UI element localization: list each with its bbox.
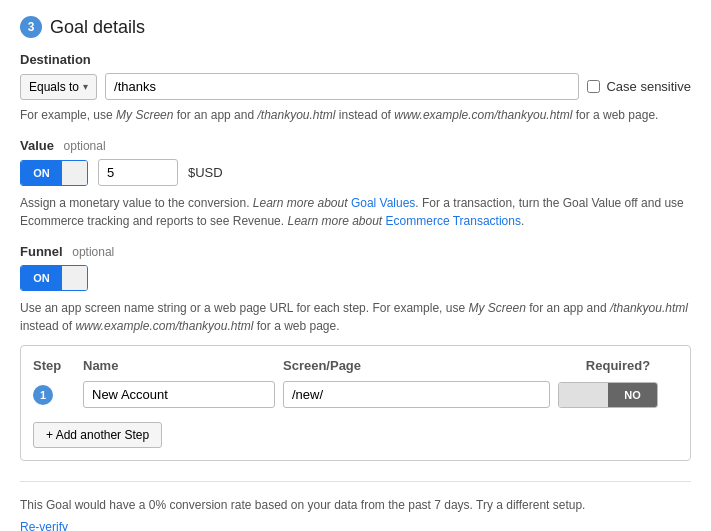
goal-values-link[interactable]: Goal Values xyxy=(351,196,415,210)
toggle-off-area xyxy=(62,161,87,185)
funnel-label: Funnel optional xyxy=(20,244,691,259)
required-no-option: NO xyxy=(608,383,657,407)
equals-to-dropdown[interactable]: Equals to ▾ xyxy=(20,74,97,100)
currency-label: $USD xyxy=(188,165,223,180)
funnel-optional: optional xyxy=(72,245,114,259)
funnel-table-header: Step Name Screen/Page Required? xyxy=(33,358,678,373)
step-circle-1: 1 xyxy=(33,385,53,405)
step-name-input[interactable] xyxy=(83,381,275,408)
name-cell xyxy=(83,381,283,408)
value-label: Value optional xyxy=(20,138,691,153)
col-step-header: Step xyxy=(33,358,83,373)
destination-row: Equals to ▾ Case sensitive xyxy=(20,73,691,100)
required-yes-option xyxy=(559,383,608,407)
value-optional: optional xyxy=(64,139,106,153)
conversion-notice-text: This Goal would have a 0% conversion rat… xyxy=(20,498,585,512)
table-row: 1 NO xyxy=(33,381,678,408)
dropdown-arrow-icon: ▾ xyxy=(83,81,88,92)
value-toggle[interactable]: ON xyxy=(20,160,88,186)
col-screen-header: Screen/Page xyxy=(283,358,558,373)
case-sensitive-checkbox[interactable] xyxy=(587,80,600,93)
destination-url-input[interactable] xyxy=(105,73,579,100)
value-section: Value optional ON $USD Assign a monetary… xyxy=(20,138,691,230)
reverify-link[interactable]: Re-verify xyxy=(20,518,691,531)
screen-cell xyxy=(283,381,558,408)
ecommerce-transactions-link[interactable]: Ecommerce Transactions xyxy=(386,214,521,228)
col-name-header: Name xyxy=(83,358,283,373)
bottom-notice: This Goal would have a 0% conversion rat… xyxy=(20,481,691,531)
required-cell: NO xyxy=(558,382,678,408)
toggle-on-label: ON xyxy=(21,161,62,185)
funnel-section: Funnel optional ON Use an app screen nam… xyxy=(20,244,691,461)
section-title: Goal details xyxy=(50,17,145,38)
required-toggle[interactable]: NO xyxy=(558,382,658,408)
funnel-hint: Use an app screen name string or a web p… xyxy=(20,299,691,335)
funnel-toggle[interactable]: ON xyxy=(20,265,88,291)
funnel-toggle-row: ON xyxy=(20,265,691,291)
step-number-badge: 3 xyxy=(20,16,42,38)
funnel-table: Step Name Screen/Page Required? 1 NO xyxy=(20,345,691,461)
destination-label: Destination xyxy=(20,52,691,67)
col-required-header: Required? xyxy=(558,358,678,373)
section-header: 3 Goal details xyxy=(20,16,691,38)
operator-label: Equals to xyxy=(29,80,79,94)
funnel-toggle-off-area xyxy=(62,266,87,290)
value-row: ON $USD xyxy=(20,159,691,186)
step-cell: 1 xyxy=(33,385,83,405)
add-step-button[interactable]: + Add another Step xyxy=(33,422,162,448)
destination-section: Destination Equals to ▾ Case sensitive F… xyxy=(20,52,691,124)
destination-hint: For example, use My Screen for an app an… xyxy=(20,106,691,124)
value-hint: Assign a monetary value to the conversio… xyxy=(20,194,691,230)
value-amount-input[interactable] xyxy=(98,159,178,186)
case-sensitive-label: Case sensitive xyxy=(606,79,691,94)
case-sensitive-row: Case sensitive xyxy=(587,79,691,94)
funnel-toggle-on-label: ON xyxy=(21,266,62,290)
step-screen-input[interactable] xyxy=(283,381,550,408)
